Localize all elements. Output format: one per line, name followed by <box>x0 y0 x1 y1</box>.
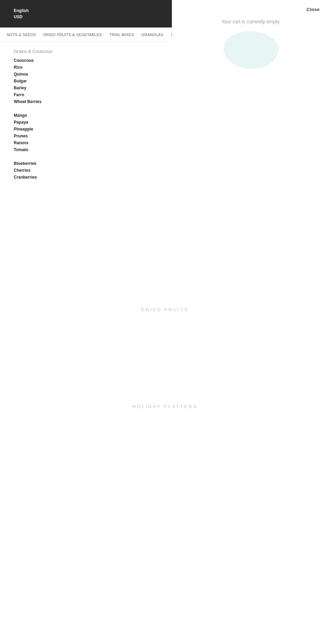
grains-item-wheat-berries[interactable]: Wheat Berries <box>14 99 158 104</box>
language-label[interactable]: English <box>14 8 172 13</box>
berries-item-blueberries[interactable]: Blueberries <box>14 161 158 166</box>
grains-item-quinoa[interactable]: Quinoa <box>14 72 158 77</box>
grains-item-bulgar[interactable]: Bulgar <box>14 79 158 83</box>
grains-item-farro[interactable]: Farro <box>14 92 158 97</box>
currency-label[interactable]: USD <box>14 14 172 19</box>
holiday-platters-section-label: HOLIDAY PLATTERS <box>132 404 198 409</box>
tropical-item-tomato[interactable]: Tomato <box>14 147 158 152</box>
nav-bar: NUTS & SEEDS DRIED FRUITS & VEGETABLES T… <box>0 27 172 42</box>
cart-empty-text: Your cart is currently empty. <box>182 19 320 24</box>
nav-item-dried-fruits[interactable]: DRIED FRUITS & VEGETABLES <box>43 33 102 37</box>
cart-close-button[interactable]: Close <box>307 7 320 12</box>
grains-items-list: Couscous Rice Quinoa Bulgar Barley Farro… <box>14 58 158 106</box>
berries-item-cherries[interactable]: Cherries <box>14 168 158 173</box>
grains-item-barley[interactable]: Barley <box>14 86 158 90</box>
cart-blob-decoration <box>223 31 278 69</box>
nav-item-nuts-seeds[interactable]: NUTS & SEEDS <box>7 33 36 37</box>
tropical-item-mango[interactable]: Mango <box>14 113 158 118</box>
tropical-item-papaya[interactable]: Papaya <box>14 120 158 125</box>
nav-item-granolas[interactable]: GRANOLAS <box>142 33 164 37</box>
dropdown-menu: Grains & Couscous Couscous Rice Quinoa B… <box>0 42 172 199</box>
tropical-item-prunes[interactable]: Prunes <box>14 134 158 138</box>
nav-item-trail-mixes[interactable]: TRAIL MIXES <box>109 33 134 37</box>
grains-item-rice[interactable]: Rice <box>14 65 158 70</box>
grains-item-couscous[interactable]: Couscous <box>14 58 158 63</box>
berries-items-list: Blueberries Cherries Cranberries <box>14 161 158 182</box>
tropical-item-pineapple[interactable]: Pineapple <box>14 127 158 132</box>
tropical-item-raisins[interactable]: Raisins <box>14 140 158 145</box>
top-bar: English USD <box>0 0 172 27</box>
cart-panel: Close Your cart is currently empty. <box>172 0 330 96</box>
dried-fruits-section-label: DRIED FRUITS <box>141 307 189 312</box>
cart-close-area: Close <box>182 7 320 12</box>
tropical-items-list: Mango Papaya Pineapple Prunes Raisins To… <box>14 113 158 154</box>
berries-item-cranberries[interactable]: Cranberries <box>14 175 158 180</box>
grains-section-title: Grains & Couscous <box>14 49 158 54</box>
